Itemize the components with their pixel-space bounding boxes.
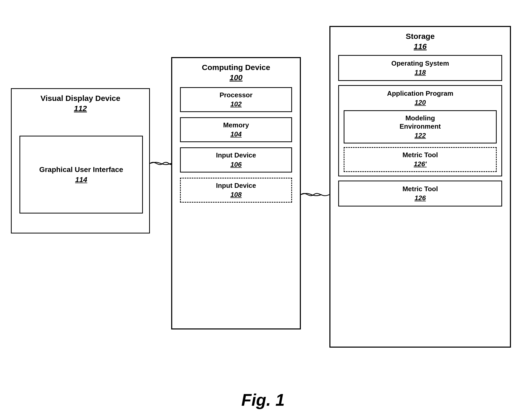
vdd-title: Visual Display Device: [12, 89, 149, 103]
diagram-area: Visual Display Device 112 Graphical User…: [0, 16, 526, 366]
input-device-106-box: Input Device 106: [180, 147, 292, 172]
memory-number: 104: [183, 130, 289, 138]
processor-number: 102: [183, 100, 289, 108]
cd-number: 100: [172, 73, 300, 82]
memory-title: Memory: [183, 121, 289, 129]
gui-title: Graphical User Interface: [39, 165, 123, 174]
gui-number: 114: [75, 176, 87, 184]
input-device-106-title: Input Device: [183, 151, 289, 159]
cd-title: Computing Device: [172, 58, 300, 72]
vdd-number: 112: [12, 104, 149, 113]
input-device-106-number: 106: [183, 161, 289, 169]
computing-device-box: Computing Device 100 Processor 102 Memor…: [171, 57, 301, 329]
app-program-number: 120: [341, 99, 499, 107]
input-device-108-title: Input Device: [183, 182, 289, 190]
input-device-108-box: Input Device 108: [180, 178, 292, 203]
app-program-title: Application Program: [341, 89, 499, 98]
modeling-env-box: ModelingEnvironment 122: [344, 110, 497, 143]
app-program-section: Application Program 120 ModelingEnvironm…: [338, 85, 502, 176]
metric-tool-title: Metric Tool: [341, 185, 499, 193]
metric-tool-number: 126: [341, 194, 499, 202]
os-number: 118: [341, 68, 499, 77]
visual-display-device-box: Visual Display Device 112 Graphical User…: [11, 88, 150, 233]
figure-caption: Fig. 1: [0, 390, 526, 410]
memory-box: Memory 104: [180, 117, 292, 142]
metric-tool-prime-box: Metric Tool 126': [344, 147, 497, 172]
storage-title: Storage: [330, 27, 510, 41]
input-device-108-number: 108: [183, 191, 289, 199]
os-title: Operating System: [341, 59, 499, 67]
metric-tool-box: Metric Tool 126: [338, 181, 502, 206]
modeling-env-title: ModelingEnvironment: [347, 114, 494, 130]
gui-box: Graphical User Interface 114: [19, 136, 143, 214]
processor-box: Processor 102: [180, 87, 292, 112]
processor-title: Processor: [183, 91, 289, 99]
modeling-env-number: 122: [347, 132, 494, 140]
metric-tool-prime-title: Metric Tool: [347, 151, 494, 159]
storage-box: Storage 116 Operating System 118 Applica…: [329, 26, 511, 348]
storage-number: 116: [330, 42, 510, 51]
os-box: Operating System 118: [338, 55, 502, 81]
metric-tool-prime-number: 126': [347, 160, 494, 168]
